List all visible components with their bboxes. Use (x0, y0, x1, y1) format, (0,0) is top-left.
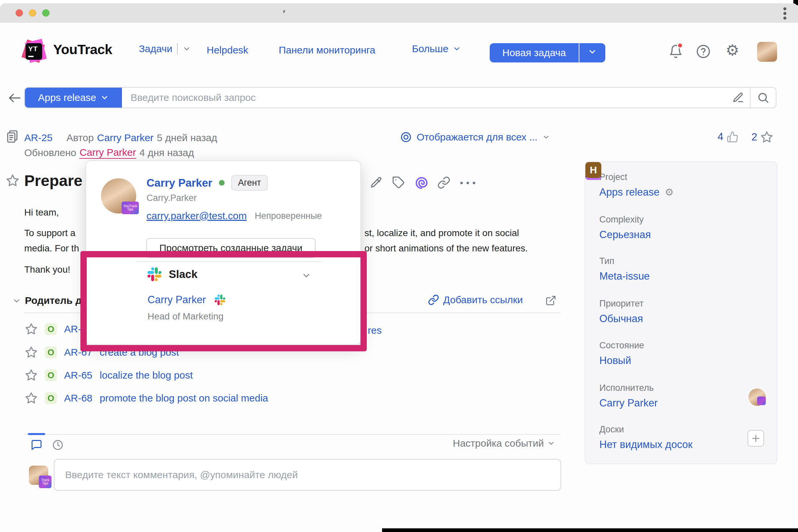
search-button[interactable] (750, 88, 776, 108)
settings-button[interactable]: ⚙︎ (726, 42, 739, 58)
body-line-2-right: st, localize it, and promote it on socia… (365, 228, 519, 239)
new-task-dropdown-button[interactable] (579, 43, 605, 62)
zoom-button[interactable] (42, 9, 50, 17)
field-priority: Приоритет Обычная (599, 299, 644, 325)
state-badge[interactable]: O (45, 323, 57, 335)
collapse-links-chevron[interactable] (12, 296, 21, 305)
star-icon[interactable] (25, 346, 38, 359)
assignee-avatar[interactable] (748, 388, 766, 406)
visibility-dropdown[interactable]: Отображается для всех ... (400, 131, 550, 143)
link-icon (428, 294, 439, 305)
updated-label: Обновлено (24, 147, 76, 158)
nav-tab-dashboards[interactable]: Панели мониторинга (279, 44, 375, 56)
nav-tab-helpdesk[interactable]: Helpdesk (207, 44, 248, 56)
linked-task-row: O AR-67 create a blog post (25, 346, 179, 359)
question-icon (696, 44, 711, 59)
favorites-counter[interactable]: 2 (751, 131, 773, 144)
minimize-button[interactable] (29, 9, 36, 17)
task-title[interactable]: localize the blog post (100, 369, 193, 381)
copy-id-icon[interactable] (7, 130, 18, 144)
popup-email-link[interactable]: carry.parker@test.com (147, 210, 247, 222)
nav-tab-more[interactable]: Больше (412, 43, 461, 55)
view-created-issues-button[interactable]: Просмотреть созданные задачи (146, 238, 316, 258)
add-links-button[interactable]: Добавить ссылки (428, 294, 523, 305)
field-complexity: Complexity Серьезная (599, 214, 651, 241)
star-issue-button[interactable] (6, 174, 19, 187)
field-label: Состояние (599, 340, 644, 351)
state-badge[interactable]: O (45, 346, 57, 358)
body-line-4: Thank you! (24, 264, 70, 275)
popup-user-name[interactable]: Carry Parker (147, 177, 212, 189)
field-type: Тип Meta-issue (599, 256, 650, 282)
slack-collapse-chevron[interactable] (301, 271, 311, 281)
project-filter-button[interactable]: Apps release (25, 88, 122, 108)
activity-divider (24, 434, 561, 435)
new-task-split-button: Новая задача (490, 43, 605, 62)
edit-pencil-icon[interactable] (370, 176, 383, 189)
search-input[interactable] (122, 88, 727, 108)
field-assignee: Исполнитель Carry Parker (599, 383, 658, 409)
field-project: Project Apps release ⚙︎ (599, 172, 674, 198)
youtrack-logo[interactable]: YT (23, 40, 47, 64)
body-line-3-right: or short animations of the new features. (365, 243, 528, 254)
slack-icon (148, 267, 162, 281)
state-badge[interactable]: O (45, 392, 57, 404)
events-settings-dropdown[interactable]: Настройка событий (453, 438, 555, 449)
ai-assistant-spiral-icon[interactable] (415, 176, 429, 190)
app-window: YT YouTrack Задачи Helpdesk Панели монит… (0, 3, 798, 532)
field-label: Complexity (599, 214, 651, 225)
comment-author-avatar: Track Tips (29, 466, 48, 485)
user-profile-popup: YouTrack Tips Carry Parker Агент Carry.P… (86, 160, 361, 345)
comments-tab[interactable] (31, 439, 42, 451)
open-in-new-icon[interactable] (545, 295, 556, 306)
nav-issues-label: Задачи (139, 43, 172, 55)
field-value-priority[interactable]: Обычная (599, 313, 644, 325)
add-to-board-button[interactable] (747, 430, 764, 446)
add-links-label: Добавить ссылки (443, 294, 523, 305)
task-id[interactable]: AR-67 (64, 347, 92, 358)
likes-counter[interactable]: 4 (718, 131, 739, 143)
task-id[interactable]: AR-6 (64, 323, 87, 335)
slack-user-link[interactable]: Carry Parker (148, 294, 206, 306)
field-value-complexity[interactable]: Серьезная (599, 229, 651, 241)
task-title-fragment[interactable]: res (368, 325, 382, 336)
task-id[interactable]: AR-65 (64, 369, 92, 381)
star-icon[interactable] (25, 369, 38, 382)
new-task-button[interactable]: Новая задача (490, 43, 579, 62)
issue-id[interactable]: AR-25 (24, 132, 53, 144)
state-badge[interactable]: O (45, 369, 57, 381)
linked-task-row: O AR-65 localize the blog post (25, 369, 193, 382)
project-settings-button[interactable]: ⚙︎ (665, 187, 674, 197)
nav-tab-issues[interactable]: Задачи (139, 43, 191, 55)
browser-menu-icon[interactable] (783, 7, 787, 19)
field-value-assignee[interactable]: Carry Parker (599, 397, 658, 409)
user-avatar[interactable] (757, 42, 777, 62)
body-line-1: Hi team, (24, 207, 59, 218)
help-button[interactable] (696, 44, 711, 60)
task-title[interactable]: promote the blog post on social media (100, 393, 268, 404)
tag-icon[interactable] (392, 176, 405, 189)
link-icon[interactable] (437, 176, 450, 189)
state-badge[interactable]: H (586, 162, 601, 178)
field-value-state[interactable]: Новый (599, 355, 644, 367)
more-actions-icon[interactable] (459, 179, 477, 187)
notifications-bell[interactable] (668, 43, 684, 62)
star-icon[interactable] (25, 392, 38, 404)
field-value-type[interactable]: Meta-issue (599, 270, 650, 282)
task-id[interactable]: AR-68 (64, 393, 92, 404)
updater-link-hovered[interactable]: Carry Parker (79, 147, 136, 159)
popup-email-row: carry.parker@test.com Непроверенные (147, 210, 322, 222)
star-icon[interactable] (25, 323, 38, 336)
field-value-project[interactable]: Apps release (599, 186, 660, 198)
events-settings-label: Настройка событий (453, 438, 544, 449)
back-arrow-icon[interactable] (7, 92, 21, 103)
close-button[interactable] (16, 9, 23, 17)
task-title[interactable]: create a blog post (100, 347, 179, 358)
author-link[interactable]: Carry Parker (97, 132, 153, 144)
field-value-boards[interactable]: Нет видимых досок (599, 439, 692, 451)
history-tab[interactable] (52, 439, 64, 451)
query-assist-button[interactable] (727, 88, 750, 108)
issue-fields-panel: Project Apps release ⚙︎ AR Complexity Се… (585, 162, 777, 464)
comment-input[interactable] (55, 460, 560, 490)
active-tab-indicator (28, 433, 45, 435)
